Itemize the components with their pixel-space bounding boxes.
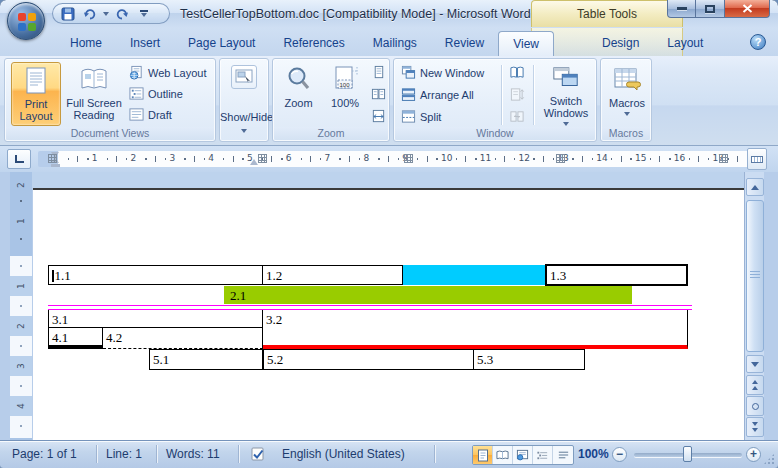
switch-windows-button[interactable]: Switch Windows bbox=[537, 62, 595, 126]
page-indicator[interactable]: Page: 1 of 1 bbox=[12, 447, 77, 461]
ruler-number: 4 bbox=[208, 153, 214, 163]
table-cell-5-3[interactable]: 5.3 bbox=[474, 349, 585, 370]
minimize-button[interactable] bbox=[667, 0, 696, 18]
ruler-number: 8 bbox=[363, 153, 369, 163]
draft-view-button[interactable] bbox=[553, 446, 573, 464]
ribbon-tab-row: Home Insert Page Layout References Maili… bbox=[0, 28, 778, 56]
new-window-icon bbox=[401, 65, 416, 80]
title-bar: Table Tools bbox=[0, 0, 778, 28]
table-column-marker[interactable] bbox=[556, 154, 565, 163]
save-button[interactable] bbox=[59, 5, 77, 22]
qat-more-button[interactable] bbox=[135, 5, 153, 22]
synchronous-scrolling-icon bbox=[509, 87, 525, 102]
maximize-button[interactable] bbox=[696, 0, 725, 18]
new-window-button[interactable]: New Window bbox=[399, 63, 484, 82]
table-cell-1-3[interactable]: 1.3 bbox=[545, 264, 688, 286]
full-screen-reading-icon bbox=[79, 65, 109, 95]
one-page-button[interactable] bbox=[369, 63, 386, 82]
table-cell-1-1[interactable]: 1.1 bbox=[48, 265, 263, 285]
zoom-slider-thumb[interactable] bbox=[683, 446, 692, 462]
tab-references[interactable]: References bbox=[269, 31, 358, 56]
tab-layout[interactable]: Layout bbox=[653, 31, 717, 56]
table-cell-3-1[interactable]: 3.1 bbox=[48, 310, 263, 328]
zoom-level[interactable]: 100% bbox=[578, 447, 609, 461]
vertical-scrollbar[interactable] bbox=[744, 172, 764, 440]
macros-button[interactable]: Macros bbox=[604, 62, 650, 126]
line-indicator[interactable]: Line: 1 bbox=[106, 447, 142, 461]
full-screen-reading-view-button[interactable] bbox=[493, 446, 513, 464]
table-cell-5-1[interactable]: 5.1 bbox=[149, 349, 263, 370]
redo-button[interactable] bbox=[113, 5, 131, 22]
table-cell-4-1[interactable]: 4.1 bbox=[48, 327, 103, 349]
help-button[interactable]: ? bbox=[750, 34, 766, 50]
save-icon bbox=[61, 7, 75, 21]
print-layout-view-button[interactable] bbox=[473, 446, 493, 464]
page-width-button[interactable] bbox=[369, 107, 386, 126]
table-cell-5-2[interactable]: 5.2 bbox=[263, 349, 474, 370]
split-button[interactable]: Split bbox=[399, 107, 441, 126]
office-button[interactable] bbox=[7, 2, 45, 40]
view-side-by-side-button[interactable] bbox=[507, 63, 525, 82]
previous-page-button[interactable] bbox=[746, 375, 764, 395]
scroll-up-button[interactable] bbox=[746, 178, 764, 196]
two-pages-button[interactable] bbox=[369, 85, 386, 104]
tab-mailings[interactable]: Mailings bbox=[359, 31, 431, 56]
table-cell-1-2[interactable]: 1.2 bbox=[263, 265, 403, 285]
ruler-tick bbox=[165, 158, 167, 160]
table-cell-2-1[interactable]: 2.1 bbox=[224, 286, 632, 304]
draft-button[interactable]: Draft bbox=[127, 105, 172, 124]
language-indicator[interactable]: English (United States) bbox=[282, 447, 405, 461]
ruler-tick bbox=[698, 156, 699, 162]
ruler-tick bbox=[339, 158, 341, 160]
table-column-marker[interactable] bbox=[719, 154, 728, 163]
table-column-marker[interactable] bbox=[404, 154, 413, 163]
table-cell-shaded-cyan[interactable] bbox=[403, 265, 545, 285]
outline-view-button[interactable] bbox=[533, 446, 553, 464]
zoom-100-button[interactable]: 100 100% bbox=[324, 62, 366, 126]
select-browse-object-button[interactable] bbox=[746, 396, 764, 416]
scroll-down-button[interactable] bbox=[746, 355, 764, 373]
outline-button[interactable]: Outline bbox=[127, 84, 183, 103]
resize-grip[interactable] bbox=[763, 453, 775, 465]
tab-stop-selector[interactable] bbox=[7, 149, 31, 169]
table-column-marker[interactable] bbox=[48, 154, 57, 163]
word-count[interactable]: Words: 11 bbox=[166, 447, 220, 461]
arrange-all-button[interactable]: Arrange All bbox=[399, 85, 474, 104]
tab-review[interactable]: Review bbox=[431, 31, 498, 56]
tab-insert[interactable]: Insert bbox=[116, 31, 174, 56]
group-show-hide[interactable]: Show/Hide bbox=[219, 58, 269, 142]
quick-access-toolbar bbox=[52, 3, 170, 24]
ruler-number: 5 bbox=[247, 153, 253, 163]
tab-page-layout[interactable]: Page Layout bbox=[174, 31, 269, 56]
undo-button[interactable] bbox=[81, 5, 99, 22]
zoom-out-button[interactable]: − bbox=[612, 447, 627, 462]
ruler-number: 14 bbox=[596, 153, 607, 163]
tab-home[interactable]: Home bbox=[56, 31, 116, 56]
tab-view[interactable]: View bbox=[498, 31, 554, 56]
web-layout-icon bbox=[129, 65, 144, 80]
h-ruler[interactable]: 123456789101112131415161718 bbox=[38, 151, 765, 167]
v-ruler[interactable]: 2 1 1 2 3 4 bbox=[10, 172, 32, 440]
next-page-button[interactable] bbox=[746, 417, 764, 437]
scrollbar-thumb[interactable] bbox=[746, 200, 764, 352]
table-cell-3-2[interactable]: 3.2 bbox=[263, 310, 688, 349]
proofing-status-button[interactable] bbox=[250, 446, 266, 462]
web-layout-view-button[interactable] bbox=[513, 446, 533, 464]
office-logo-icon bbox=[16, 11, 38, 33]
tab-design[interactable]: Design bbox=[588, 31, 653, 56]
view-ruler-button[interactable] bbox=[747, 148, 767, 170]
ruler-tick bbox=[417, 158, 419, 160]
zoom-in-button[interactable]: + bbox=[746, 447, 761, 462]
close-button[interactable] bbox=[725, 0, 770, 18]
full-screen-reading-button[interactable]: Full Screen Reading bbox=[65, 62, 123, 126]
view-shortcuts bbox=[472, 445, 574, 465]
print-layout-button[interactable]: Print Layout bbox=[11, 62, 61, 126]
vruler-tick bbox=[20, 265, 22, 267]
undo-dropdown-arrow-icon[interactable] bbox=[103, 12, 109, 16]
table-cell-4-2[interactable]: 4.2 bbox=[103, 327, 263, 349]
document-page[interactable]: 1.1 1.2 1.3 2.1 3.1 3.2 4.1 4.2 5.1 5.2 … bbox=[33, 188, 744, 440]
left-indent-marker[interactable] bbox=[51, 164, 60, 167]
table-column-marker[interactable] bbox=[258, 154, 267, 163]
web-layout-button[interactable]: Web Layout bbox=[127, 63, 207, 82]
zoom-button[interactable]: Zoom bbox=[276, 62, 321, 126]
